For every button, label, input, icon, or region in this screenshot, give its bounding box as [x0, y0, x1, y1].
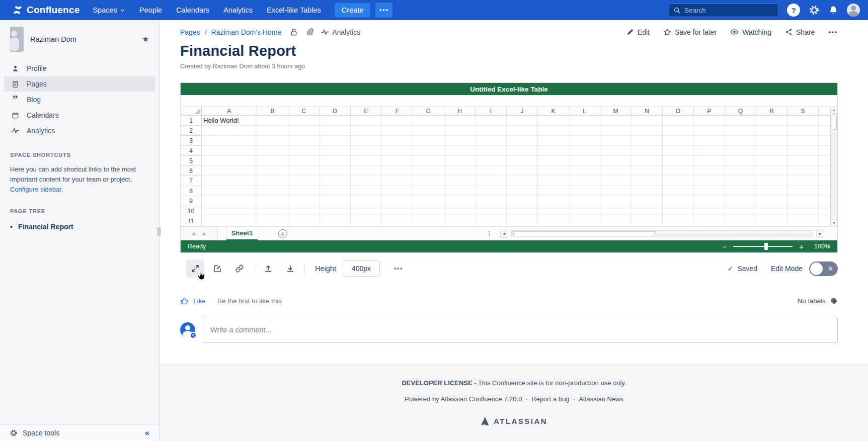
- sheet-cell[interactable]: [476, 176, 507, 186]
- select-all-corner[interactable]: [181, 107, 202, 116]
- sheet-cell[interactable]: [694, 176, 725, 186]
- column-header[interactable]: E: [351, 107, 382, 116]
- sheet-cell[interactable]: [725, 116, 756, 126]
- sheet-cell[interactable]: [632, 196, 663, 206]
- sheet-cell[interactable]: [787, 206, 819, 216]
- kebab-vertical-icon[interactable]: ⋮: [486, 230, 493, 237]
- sheet-cell[interactable]: [320, 186, 351, 196]
- row-header[interactable]: 6: [181, 166, 202, 176]
- zoom-slider[interactable]: [733, 246, 793, 247]
- sheet-cell[interactable]: [444, 176, 476, 186]
- sheet-cell[interactable]: [288, 196, 320, 206]
- search-input[interactable]: [684, 7, 774, 14]
- sheet-cell[interactable]: [694, 186, 725, 196]
- sheet-cell[interactable]: [257, 166, 288, 176]
- sheet-cell[interactable]: [507, 176, 538, 186]
- sheet-cell[interactable]: [756, 196, 787, 206]
- nav-more-button[interactable]: •••: [375, 3, 392, 18]
- zoom-out-icon[interactable]: −: [722, 243, 727, 250]
- sheet-cell[interactable]: [694, 146, 725, 156]
- sheet-cell[interactable]: [351, 156, 382, 166]
- sheet-cell[interactable]: [320, 166, 351, 176]
- save-for-later-button[interactable]: Save for later: [663, 28, 717, 36]
- sheet-cell[interactable]: [725, 146, 756, 156]
- page-tree-item-financial-report[interactable]: • Financial Report: [10, 223, 149, 231]
- sheet-cell[interactable]: [382, 166, 413, 176]
- sheet-cell[interactable]: [444, 186, 476, 196]
- sheet-tab[interactable]: Sheet1: [226, 227, 258, 240]
- sheet-cell[interactable]: [320, 126, 351, 136]
- sheet-cell[interactable]: [257, 186, 288, 196]
- nav-item-people[interactable]: People: [139, 6, 162, 14]
- unlock-icon[interactable]: [290, 28, 298, 36]
- sheet-cell[interactable]: [413, 216, 444, 226]
- row-header[interactable]: 5: [181, 156, 202, 166]
- sheet-cell[interactable]: [725, 176, 756, 186]
- sheet-cell[interactable]: [694, 156, 725, 166]
- sheet-cell[interactable]: [382, 186, 413, 196]
- sheet-cell[interactable]: [413, 166, 444, 176]
- sheet-cell[interactable]: [756, 156, 787, 166]
- breadcrumb-home[interactable]: Raziman Dom's Home: [211, 28, 282, 36]
- sheet-cell[interactable]: [663, 126, 694, 136]
- sheet-cell[interactable]: [320, 196, 351, 206]
- nav-item-calendars[interactable]: Calendars: [176, 6, 209, 14]
- sheet-cell[interactable]: [507, 156, 538, 166]
- sheet-cell[interactable]: [351, 216, 382, 226]
- sheet-cell[interactable]: [382, 206, 413, 216]
- sheet-cell[interactable]: [725, 216, 756, 226]
- sheet-cell[interactable]: [382, 196, 413, 206]
- sheet-cell[interactable]: [663, 156, 694, 166]
- sheet-cell[interactable]: [569, 146, 600, 156]
- download-button[interactable]: [281, 259, 299, 278]
- sheet-cell[interactable]: [351, 196, 382, 206]
- row-header[interactable]: 1: [181, 116, 202, 126]
- favourite-star-icon[interactable]: ★: [142, 35, 149, 44]
- column-header[interactable]: F: [382, 107, 413, 116]
- sheet-cell[interactable]: [351, 176, 382, 186]
- sheet-cell[interactable]: [288, 126, 320, 136]
- report-bug-link[interactable]: Report a bug: [531, 395, 569, 403]
- sheet-cell[interactable]: [569, 176, 600, 186]
- sidebar-item-profile[interactable]: Profile: [4, 61, 155, 76]
- column-header[interactable]: I: [476, 107, 507, 116]
- user-avatar[interactable]: [847, 4, 860, 17]
- sheet-cell[interactable]: [663, 186, 694, 196]
- zoom-slider-thumb[interactable]: [764, 243, 768, 250]
- sheet-cell[interactable]: [663, 116, 694, 126]
- row-header[interactable]: 9: [181, 196, 202, 206]
- sheet-cell[interactable]: [202, 176, 257, 186]
- column-header[interactable]: L: [569, 107, 600, 116]
- sheet-cell[interactable]: [351, 136, 382, 146]
- sheet-cell[interactable]: [351, 186, 382, 196]
- scroll-down-icon[interactable]: ▼: [831, 219, 837, 226]
- toolbar-more-button[interactable]: •••: [394, 266, 404, 272]
- sheet-cell[interactable]: [382, 146, 413, 156]
- sheet-cell[interactable]: [725, 166, 756, 176]
- sheet-cell[interactable]: [444, 156, 476, 166]
- sheet-cell[interactable]: [600, 136, 632, 146]
- sheet-cell[interactable]: [507, 186, 538, 196]
- analytics-button[interactable]: Analytics: [321, 28, 360, 36]
- sheet-cell[interactable]: [257, 216, 288, 226]
- sheet-cell[interactable]: [694, 206, 725, 216]
- sheet-cell[interactable]: [413, 196, 444, 206]
- sheet-cell[interactable]: [202, 206, 257, 216]
- sheet-cell[interactable]: [202, 126, 257, 136]
- sheet-cell[interactable]: [756, 146, 787, 156]
- sheet-cell[interactable]: [756, 126, 787, 136]
- create-button[interactable]: Create: [335, 3, 371, 17]
- scroll-right-icon[interactable]: ▶: [816, 230, 824, 238]
- sheet-cell[interactable]: [257, 206, 288, 216]
- sheet-cell[interactable]: [756, 206, 787, 216]
- sheet-cell[interactable]: [787, 186, 819, 196]
- notifications-bell-icon[interactable]: [828, 5, 838, 15]
- sheet-cell[interactable]: [288, 146, 320, 156]
- sheet-cell[interactable]: [538, 196, 569, 206]
- sheet-cell[interactable]: [202, 156, 257, 166]
- sheet-cell[interactable]: [663, 136, 694, 146]
- sheet-cell[interactable]: [600, 206, 632, 216]
- sheet-cell[interactable]: [725, 126, 756, 136]
- page-more-button[interactable]: •••: [828, 29, 838, 35]
- like-button[interactable]: Like: [180, 297, 206, 305]
